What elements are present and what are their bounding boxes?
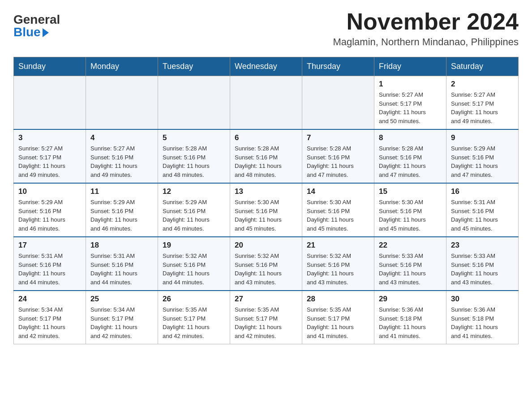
day-info: Sunrise: 5:34 AMSunset: 5:17 PMDaylight:… [18,305,81,340]
calendar-cell: 14Sunrise: 5:30 AMSunset: 5:16 PMDayligh… [302,183,374,237]
day-number: 12 [163,187,225,196]
day-info: Sunrise: 5:27 AMSunset: 5:16 PMDaylight:… [90,144,153,179]
calendar-cell [230,76,302,130]
title-area: November 2024 Maglamin, Northern Mindana… [333,9,519,48]
day-number: 15 [379,187,442,196]
calendar-cell [158,76,230,130]
day-info: Sunrise: 5:33 AMSunset: 5:16 PMDaylight:… [379,252,442,287]
day-number: 5 [163,133,225,142]
calendar-week-row: 17Sunrise: 5:31 AMSunset: 5:16 PMDayligh… [14,237,519,291]
day-number: 1 [379,80,442,89]
calendar-cell: 26Sunrise: 5:35 AMSunset: 5:17 PMDayligh… [158,291,230,344]
logo-blue-text: Blue [13,26,41,39]
calendar-header-monday: Monday [86,57,158,76]
calendar-header-friday: Friday [374,57,446,76]
logo: General Blue [13,9,60,39]
logo-general-text: General [13,13,60,26]
calendar-cell: 28Sunrise: 5:35 AMSunset: 5:17 PMDayligh… [302,291,374,344]
day-number: 27 [235,295,297,304]
calendar-cell: 30Sunrise: 5:36 AMSunset: 5:18 PMDayligh… [446,291,519,344]
day-info: Sunrise: 5:31 AMSunset: 5:16 PMDaylight:… [18,252,81,287]
calendar-cell: 21Sunrise: 5:32 AMSunset: 5:16 PMDayligh… [302,237,374,291]
day-info: Sunrise: 5:27 AMSunset: 5:17 PMDaylight:… [451,90,514,125]
day-number: 30 [451,295,514,304]
calendar-cell: 15Sunrise: 5:30 AMSunset: 5:16 PMDayligh… [374,183,446,237]
day-number: 7 [307,133,369,142]
calendar-cell: 10Sunrise: 5:29 AMSunset: 5:16 PMDayligh… [14,183,86,237]
day-number: 6 [235,133,297,142]
calendar-cell: 8Sunrise: 5:28 AMSunset: 5:16 PMDaylight… [374,129,446,183]
calendar-header-sunday: Sunday [14,57,86,76]
calendar-cell: 7Sunrise: 5:28 AMSunset: 5:16 PMDaylight… [302,129,374,183]
day-number: 17 [18,241,81,250]
day-info: Sunrise: 5:30 AMSunset: 5:16 PMDaylight:… [235,198,297,233]
day-number: 14 [307,187,369,196]
day-info: Sunrise: 5:34 AMSunset: 5:17 PMDaylight:… [90,305,153,340]
calendar-week-row: 1Sunrise: 5:27 AMSunset: 5:17 PMDaylight… [14,76,519,130]
day-number: 8 [379,133,442,142]
calendar-cell [14,76,86,130]
calendar-header-thursday: Thursday [302,57,374,76]
day-number: 23 [451,241,514,250]
calendar-cell: 11Sunrise: 5:29 AMSunset: 5:16 PMDayligh… [86,183,158,237]
day-info: Sunrise: 5:28 AMSunset: 5:16 PMDaylight:… [307,144,369,179]
calendar-cell: 24Sunrise: 5:34 AMSunset: 5:17 PMDayligh… [14,291,86,344]
day-number: 18 [90,241,153,250]
day-info: Sunrise: 5:30 AMSunset: 5:16 PMDaylight:… [307,198,369,233]
day-number: 4 [90,133,153,142]
calendar-cell: 4Sunrise: 5:27 AMSunset: 5:16 PMDaylight… [86,129,158,183]
day-info: Sunrise: 5:32 AMSunset: 5:16 PMDaylight:… [235,252,297,287]
calendar-cell: 3Sunrise: 5:27 AMSunset: 5:17 PMDaylight… [14,129,86,183]
calendar-cell: 2Sunrise: 5:27 AMSunset: 5:17 PMDaylight… [446,76,519,130]
day-info: Sunrise: 5:33 AMSunset: 5:16 PMDaylight:… [451,252,514,287]
day-number: 29 [379,295,442,304]
day-number: 22 [379,241,442,250]
day-number: 20 [235,241,297,250]
logo-triangle-icon [43,28,49,37]
day-number: 3 [18,133,81,142]
location-title: Maglamin, Northern Mindanao, Philippines [333,36,519,48]
day-number: 24 [18,295,81,304]
day-number: 9 [451,133,514,142]
day-info: Sunrise: 5:35 AMSunset: 5:17 PMDaylight:… [235,305,297,340]
calendar-header-saturday: Saturday [446,57,519,76]
calendar-header-wednesday: Wednesday [230,57,302,76]
day-info: Sunrise: 5:28 AMSunset: 5:16 PMDaylight:… [379,144,442,179]
day-info: Sunrise: 5:36 AMSunset: 5:18 PMDaylight:… [379,305,442,340]
day-info: Sunrise: 5:28 AMSunset: 5:16 PMDaylight:… [163,144,225,179]
day-info: Sunrise: 5:29 AMSunset: 5:16 PMDaylight:… [451,144,514,179]
day-number: 28 [307,295,369,304]
calendar-cell: 16Sunrise: 5:31 AMSunset: 5:16 PMDayligh… [446,183,519,237]
calendar-week-row: 3Sunrise: 5:27 AMSunset: 5:17 PMDaylight… [14,129,519,183]
month-title: November 2024 [333,9,519,34]
day-number: 19 [163,241,225,250]
day-info: Sunrise: 5:28 AMSunset: 5:16 PMDaylight:… [235,144,297,179]
day-info: Sunrise: 5:35 AMSunset: 5:17 PMDaylight:… [307,305,369,340]
calendar-table: SundayMondayTuesdayWednesdayThursdayFrid… [13,57,519,344]
day-info: Sunrise: 5:30 AMSunset: 5:16 PMDaylight:… [379,198,442,233]
day-info: Sunrise: 5:27 AMSunset: 5:17 PMDaylight:… [18,144,81,179]
day-info: Sunrise: 5:32 AMSunset: 5:16 PMDaylight:… [163,252,225,287]
calendar-cell: 25Sunrise: 5:34 AMSunset: 5:17 PMDayligh… [86,291,158,344]
calendar-header-row: SundayMondayTuesdayWednesdayThursdayFrid… [14,57,519,76]
day-number: 16 [451,187,514,196]
calendar-cell [86,76,158,130]
day-info: Sunrise: 5:27 AMSunset: 5:17 PMDaylight:… [379,90,442,125]
day-info: Sunrise: 5:31 AMSunset: 5:16 PMDaylight:… [451,198,514,233]
day-info: Sunrise: 5:32 AMSunset: 5:16 PMDaylight:… [307,252,369,287]
day-info: Sunrise: 5:35 AMSunset: 5:17 PMDaylight:… [163,305,225,340]
calendar-cell: 20Sunrise: 5:32 AMSunset: 5:16 PMDayligh… [230,237,302,291]
calendar-cell: 1Sunrise: 5:27 AMSunset: 5:17 PMDaylight… [374,76,446,130]
calendar-cell: 6Sunrise: 5:28 AMSunset: 5:16 PMDaylight… [230,129,302,183]
day-number: 10 [18,187,81,196]
day-number: 26 [163,295,225,304]
calendar-week-row: 24Sunrise: 5:34 AMSunset: 5:17 PMDayligh… [14,291,519,344]
calendar-cell [302,76,374,130]
calendar-cell: 19Sunrise: 5:32 AMSunset: 5:16 PMDayligh… [158,237,230,291]
calendar-week-row: 10Sunrise: 5:29 AMSunset: 5:16 PMDayligh… [14,183,519,237]
calendar-cell: 12Sunrise: 5:29 AMSunset: 5:16 PMDayligh… [158,183,230,237]
day-info: Sunrise: 5:29 AMSunset: 5:16 PMDaylight:… [163,198,225,233]
day-number: 13 [235,187,297,196]
day-info: Sunrise: 5:29 AMSunset: 5:16 PMDaylight:… [90,198,153,233]
day-number: 2 [451,80,514,89]
